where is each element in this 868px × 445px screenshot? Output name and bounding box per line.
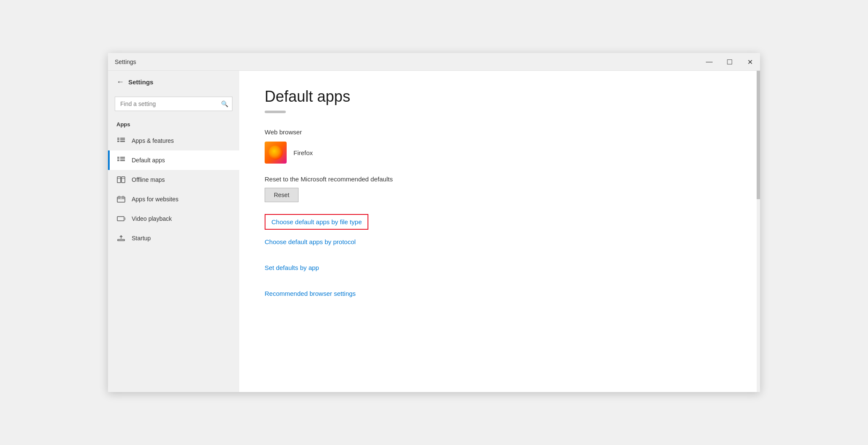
minimize-button[interactable]: — bbox=[699, 53, 719, 71]
page-title: Default apps bbox=[265, 88, 735, 106]
titlebar: Settings — ☐ ✕ bbox=[108, 53, 760, 71]
scrollbar-thumb[interactable] bbox=[757, 71, 760, 199]
titlebar-controls: — ☐ ✕ bbox=[699, 53, 760, 70]
svg-rect-3 bbox=[120, 138, 125, 139]
main-content: Default apps Web browser Firefox Reset t… bbox=[239, 71, 760, 392]
reset-label: Reset to the Microsoft recommended defau… bbox=[265, 175, 735, 183]
titlebar-title: Settings bbox=[115, 58, 136, 65]
apps-features-label: Apps & features bbox=[132, 137, 174, 144]
svg-rect-4 bbox=[120, 139, 125, 140]
firefox-name: Firefox bbox=[293, 149, 313, 156]
firefox-icon bbox=[265, 142, 287, 164]
back-arrow-icon: ← bbox=[116, 78, 124, 86]
links-section: Choose default apps by file type Choose … bbox=[265, 214, 735, 298]
offline-maps-label: Offline maps bbox=[132, 176, 165, 183]
svg-rect-13 bbox=[122, 177, 125, 183]
svg-rect-9 bbox=[120, 157, 125, 158]
apps-websites-label: Apps for websites bbox=[132, 196, 179, 203]
sidebar-item-video-playback[interactable]: Video playback bbox=[108, 209, 239, 228]
svg-rect-19 bbox=[122, 196, 124, 198]
apps-websites-icon bbox=[116, 195, 126, 204]
svg-rect-8 bbox=[117, 160, 119, 161]
sidebar-back-button[interactable]: ← Settings bbox=[108, 71, 239, 93]
svg-rect-22 bbox=[118, 239, 124, 241]
scroll-indicator bbox=[265, 111, 286, 113]
sidebar-item-offline-maps[interactable]: Offline maps bbox=[108, 170, 239, 189]
svg-rect-12 bbox=[117, 177, 121, 183]
search-input[interactable] bbox=[115, 97, 232, 111]
browser-settings-link[interactable]: Recommended browser settings bbox=[265, 289, 735, 298]
file-type-link[interactable]: Choose default apps by file type bbox=[265, 214, 368, 230]
video-playback-label: Video playback bbox=[132, 215, 172, 222]
reset-button[interactable]: Reset bbox=[265, 188, 299, 202]
svg-rect-18 bbox=[119, 196, 120, 198]
sidebar: ← Settings 🔍 Apps bbox=[108, 71, 239, 392]
apps-features-icon bbox=[116, 136, 126, 145]
search-icon: 🔍 bbox=[221, 100, 228, 107]
svg-rect-2 bbox=[117, 141, 119, 142]
svg-rect-5 bbox=[120, 141, 125, 142]
sidebar-item-startup[interactable]: Startup bbox=[108, 228, 239, 248]
svg-rect-20 bbox=[117, 217, 124, 221]
startup-icon bbox=[116, 234, 126, 243]
reset-section: Reset to the Microsoft recommended defau… bbox=[265, 175, 735, 202]
protocol-link[interactable]: Choose default apps by protocol bbox=[265, 237, 735, 246]
close-button[interactable]: ✕ bbox=[740, 53, 760, 71]
svg-rect-0 bbox=[117, 138, 119, 139]
default-apps-label: Default apps bbox=[132, 157, 165, 164]
sidebar-item-default-apps[interactable]: Default apps bbox=[108, 150, 239, 170]
firefox-inner-icon bbox=[268, 145, 283, 160]
web-browser-label: Web browser bbox=[265, 128, 735, 136]
settings-window: Settings — ☐ ✕ ← Settings 🔍 Apps bbox=[108, 53, 760, 392]
video-playback-icon bbox=[116, 214, 126, 223]
sidebar-item-apps-websites[interactable]: Apps for websites bbox=[108, 189, 239, 209]
maximize-button[interactable]: ☐ bbox=[719, 53, 740, 71]
startup-label: Startup bbox=[132, 235, 151, 242]
sidebar-title: Settings bbox=[128, 78, 153, 86]
offline-maps-icon bbox=[116, 175, 126, 184]
content-area: ← Settings 🔍 Apps bbox=[108, 71, 760, 392]
svg-rect-7 bbox=[117, 159, 119, 159]
svg-rect-6 bbox=[117, 157, 119, 158]
set-defaults-link[interactable]: Set defaults by app bbox=[265, 263, 735, 272]
scrollbar-track bbox=[757, 71, 760, 392]
svg-rect-11 bbox=[120, 160, 125, 161]
sidebar-item-apps-features[interactable]: Apps & features bbox=[108, 131, 239, 150]
search-box: 🔍 bbox=[115, 97, 232, 111]
default-apps-icon bbox=[116, 156, 126, 165]
firefox-app-item[interactable]: Firefox bbox=[265, 142, 735, 164]
apps-section-label: Apps bbox=[108, 114, 239, 131]
svg-rect-10 bbox=[120, 159, 125, 159]
svg-rect-1 bbox=[117, 139, 119, 140]
svg-rect-21 bbox=[125, 217, 125, 220]
